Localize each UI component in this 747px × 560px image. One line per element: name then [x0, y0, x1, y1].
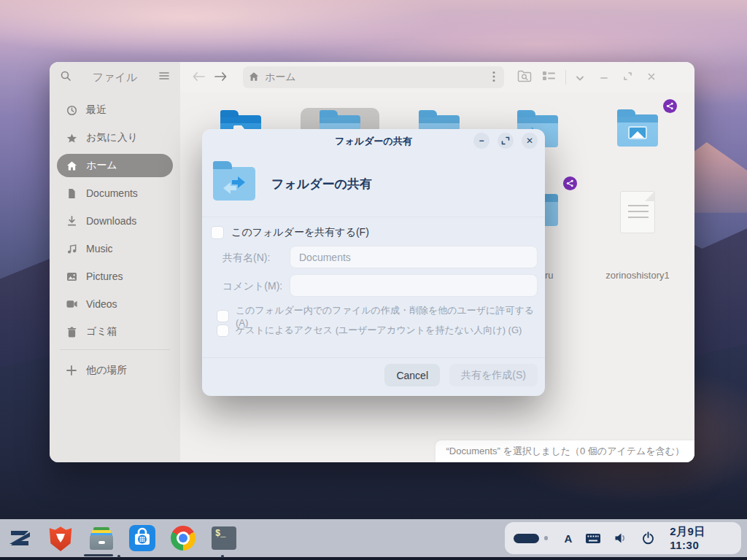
sidebar-item-videos[interactable]: Videos — [57, 292, 173, 316]
share-folder-row: このフォルダーを共有する(F) — [211, 226, 369, 239]
tray-dot — [544, 536, 549, 540]
shared-folder-icon — [213, 167, 255, 201]
sidebar-item-label: Documents — [86, 187, 138, 199]
sidebar-items: 最近 お気に入り ホーム Documents Downloads Music — [50, 93, 180, 392]
dialog-window-controls: − ✕ — [473, 133, 538, 149]
home-icon — [66, 160, 77, 171]
cancel-button[interactable]: Cancel — [384, 364, 440, 386]
maximize-icon[interactable] — [623, 71, 632, 83]
files-app-icon[interactable] — [88, 524, 115, 552]
file-label-fragment: ru — [545, 270, 554, 281]
sidebar-item-label: 最近 — [86, 104, 107, 117]
maximize-icon[interactable] — [498, 133, 514, 149]
folder-sharing-dialog: フォルダーの共有 − ✕ フォルダーの共有 このフォルダーを共有する(F) 共有… — [202, 129, 545, 396]
path-bar[interactable]: ホーム — [243, 66, 504, 88]
comment-label: コメント(M): — [222, 280, 282, 293]
share-emblem-icon — [663, 99, 677, 113]
view-options-caret-icon[interactable] — [576, 71, 584, 84]
software-store-icon[interactable] — [128, 524, 156, 552]
running-app-dot — [117, 555, 120, 558]
minimize-icon[interactable]: − — [473, 133, 489, 149]
sidebar-item-other-locations[interactable]: 他の場所 — [57, 359, 173, 382]
view-toggle-icon[interactable] — [542, 71, 555, 84]
toolbar: ホーム — [180, 62, 694, 93]
sidebar-item-music[interactable]: Music — [57, 237, 173, 260]
power-icon[interactable] — [641, 532, 655, 545]
sidebar-item-label: ゴミ箱 — [86, 325, 117, 338]
ime-indicator[interactable]: A — [564, 532, 572, 545]
search-icon[interactable] — [60, 70, 71, 85]
star-icon — [66, 132, 77, 144]
document-icon — [66, 187, 77, 199]
sidebar-item-label: Music — [86, 243, 113, 254]
plus-icon — [66, 365, 77, 376]
dialog-header: フォルダーの共有 — [213, 167, 372, 201]
sidebar-item-trash[interactable]: ゴミ箱 — [57, 320, 173, 343]
terminal-app-icon[interactable]: $_ — [210, 524, 238, 552]
sidebar-item-label: Videos — [86, 298, 117, 310]
keyboard-icon[interactable] — [585, 533, 601, 544]
minimize-icon[interactable] — [600, 71, 608, 83]
battery-indicator — [514, 534, 539, 543]
sidebar-item-label: Pictures — [86, 271, 123, 282]
sidebar-item-documents[interactable]: Documents — [57, 182, 173, 205]
sidebar-item-recent[interactable]: 最近 — [57, 98, 173, 122]
close-icon[interactable]: ✕ — [522, 133, 538, 149]
toolbar-icons — [517, 70, 584, 85]
sidebar-item-pictures[interactable]: Pictures — [57, 265, 173, 288]
share-name-input[interactable] — [290, 246, 538, 268]
comment-input[interactable] — [290, 274, 538, 297]
zorin-menu-icon[interactable] — [6, 524, 34, 552]
guest-access-checkbox[interactable] — [217, 324, 229, 337]
current-location-label: ホーム — [265, 71, 484, 84]
forward-arrow-icon[interactable] — [209, 71, 231, 84]
share-folder-checkbox-label[interactable]: このフォルダーを共有する(F) — [231, 226, 369, 239]
clock[interactable]: 2月9日 11:30 — [670, 525, 732, 551]
create-share-button[interactable]: 共有を作成(S) — [449, 364, 538, 386]
sidebar-item-label: Downloads — [86, 215, 136, 227]
dialog-footer-divider — [202, 357, 545, 358]
sidebar-separator — [60, 349, 170, 350]
sidebar-item-downloads[interactable]: Downloads — [57, 209, 173, 233]
clock-icon — [66, 104, 77, 116]
dialog-footer: Cancel 共有を作成(S) — [384, 364, 538, 386]
close-icon[interactable] — [647, 71, 656, 83]
sidebar: ファイル 最近 お気に入り ホーム Documents — [50, 62, 180, 462]
kebab-menu-icon[interactable] — [489, 71, 498, 85]
document-file-icon[interactable] — [620, 191, 655, 233]
text-lines — [628, 205, 649, 222]
sidebar-item-home[interactable]: ホーム — [57, 154, 173, 177]
allow-create-delete-checkbox[interactable] — [217, 310, 229, 322]
file-label-document[interactable]: zorinoshistory1 — [588, 270, 687, 281]
sidebar-item-label: 他の場所 — [86, 364, 127, 377]
guest-access-row: ゲストによるアクセス (ユーザーアカウントを持たない人向け) (G) — [217, 324, 522, 337]
terminal-glyph: $_ — [212, 526, 236, 550]
share-folder-checkbox[interactable] — [211, 226, 224, 239]
video-camera-icon — [66, 298, 77, 310]
dialog-heading: フォルダーの共有 — [271, 176, 372, 192]
window-controls — [600, 71, 656, 83]
share-name-label: 共有名(N): — [222, 252, 270, 265]
sidebar-item-favorites[interactable]: お気に入り — [57, 126, 173, 149]
sidebar-item-label: お気に入り — [86, 131, 138, 144]
folder-icon-pictures[interactable] — [617, 114, 658, 147]
trash-icon — [66, 326, 77, 338]
toolbar-divider — [565, 70, 566, 85]
volume-icon[interactable] — [614, 532, 628, 544]
system-tray[interactable]: A 2月9日 11:30 — [505, 522, 741, 554]
image-icon — [66, 271, 77, 282]
running-app-dot — [221, 555, 224, 558]
dialog-title: フォルダーの共有 — [335, 135, 412, 148]
app-title: ファイル — [71, 71, 158, 85]
back-arrow-icon[interactable] — [187, 71, 209, 84]
chrome-browser-icon[interactable] — [169, 524, 197, 552]
sidebar-header: ファイル — [50, 62, 180, 93]
guest-access-label: ゲストによるアクセス (ユーザーアカウントを持たない人向け) (G) — [236, 324, 522, 337]
taskbar: $_ A 2月9日 11:30 — [0, 519, 747, 557]
search-in-folder-icon[interactable] — [517, 70, 532, 85]
music-note-icon — [66, 243, 77, 254]
dialog-divider — [202, 217, 545, 217]
hamburger-menu-icon[interactable] — [158, 71, 170, 84]
brave-browser-icon[interactable] — [47, 524, 74, 552]
home-icon — [249, 71, 259, 84]
